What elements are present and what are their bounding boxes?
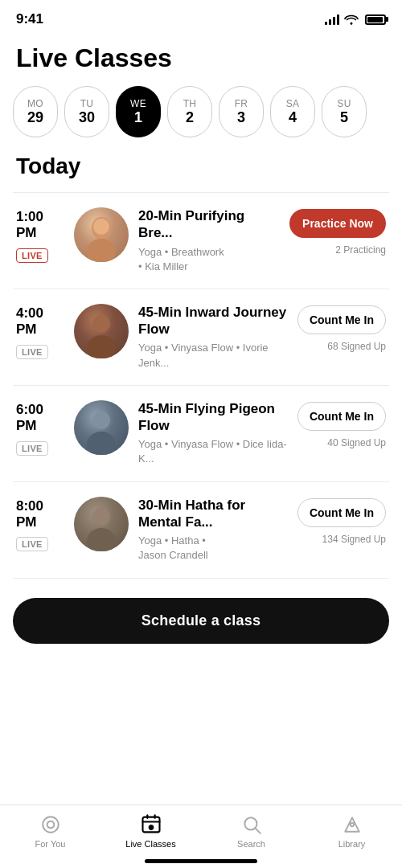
svg-point-8 <box>92 508 110 526</box>
wifi-icon <box>344 14 359 25</box>
class-action-col: Practice Now 2 Practicing <box>289 207 386 256</box>
day-selector: MO 29 TU 30 WE 1 TH 2 FR 3 SA 4 SU 5 <box>0 86 402 154</box>
day-su[interactable]: SU 5 <box>322 86 367 137</box>
svg-point-5 <box>87 432 116 455</box>
count-me-in-button-3[interactable]: Count Me In <box>297 402 386 431</box>
avatar <box>74 304 129 358</box>
class-name: 20-Min Purifying Bre... <box>138 207 280 242</box>
class-name: 45-Min Inward Journey Flow <box>138 304 288 338</box>
live-badge-3: LIVE <box>16 441 48 456</box>
avatar <box>74 497 129 551</box>
for-you-icon <box>39 813 62 836</box>
day-fr[interactable]: FR 3 <box>219 86 264 137</box>
class-time-col: 8:00PM LIVE <box>16 497 64 552</box>
home-indicator <box>145 859 257 863</box>
day-tu[interactable]: TU 30 <box>64 86 109 137</box>
svg-point-7 <box>87 528 116 551</box>
schedule-btn-wrapper: Schedule a class <box>0 579 402 657</box>
table-row: 4:00PM LIVE 45-Min Inward Journey Flow Y… <box>13 289 389 385</box>
class-meta: Yoga • Vinyasa Flow • Ivorie Jenk... <box>138 341 288 370</box>
class-time: 1:00PM <box>16 209 43 242</box>
svg-point-15 <box>149 825 153 829</box>
svg-point-19 <box>350 823 353 826</box>
day-we[interactable]: WE 1 <box>116 86 161 137</box>
signed-up-count-4: 134 Signed Up <box>322 534 386 545</box>
practicing-count: 2 Practicing <box>335 244 386 256</box>
class-info: 30-Min Hatha for Mental Fa... Yoga • Hat… <box>138 497 288 563</box>
status-time: 9:41 <box>16 11 43 27</box>
sidebar-item-library[interactable]: Library <box>302 813 402 849</box>
class-time-col: 4:00PM LIVE <box>16 304 64 359</box>
class-time: 6:00PM <box>16 402 43 435</box>
status-icons <box>325 14 386 25</box>
section-heading: Today <box>0 154 402 192</box>
class-info: 45-Min Inward Journey Flow Yoga • Vinyas… <box>138 304 288 371</box>
signal-icon <box>325 14 339 25</box>
class-name: 30-Min Hatha for Mental Fa... <box>138 497 288 531</box>
avatar <box>74 207 129 262</box>
sidebar-item-for-you[interactable]: For You <box>0 813 100 849</box>
table-row: 8:00PM LIVE 30-Min Hatha for Mental Fa..… <box>13 481 389 579</box>
svg-marker-18 <box>345 817 359 831</box>
nav-label-for-you: For You <box>35 839 66 849</box>
class-time-col: 6:00PM LIVE <box>16 400 64 456</box>
class-action-col: Count Me In 40 Signed Up <box>297 400 386 448</box>
search-icon <box>240 813 263 836</box>
count-me-in-button-4[interactable]: Count Me In <box>297 498 386 527</box>
count-me-in-button-2[interactable]: Count Me In <box>297 305 386 334</box>
class-meta: Yoga • Hatha •Jason Crandell <box>138 534 288 563</box>
class-time: 4:00PM <box>16 305 43 338</box>
signed-up-count-2: 68 Signed Up <box>327 341 386 352</box>
table-row: 6:00PM LIVE 45-Min Flying Pigeon Flow Yo… <box>13 385 389 481</box>
class-meta: Yoga • Breathwork• Kia Miller <box>138 245 280 274</box>
sidebar-item-live-classes[interactable]: Live Classes <box>100 813 201 849</box>
live-badge-1: LIVE <box>16 248 48 263</box>
svg-point-3 <box>87 335 116 358</box>
day-sa[interactable]: SA 4 <box>270 86 315 137</box>
svg-point-9 <box>43 817 59 833</box>
status-bar: 9:41 <box>0 0 402 35</box>
class-time-col: 1:00PM LIVE <box>16 207 64 263</box>
svg-point-2 <box>93 219 109 235</box>
page-header: Live Classes <box>0 35 402 86</box>
library-icon <box>341 813 363 836</box>
table-row: 1:00PM LIVE 20-Min Purifying Bre... Yoga… <box>13 192 389 289</box>
class-action-col: Count Me In 68 Signed Up <box>297 304 386 352</box>
class-action-col: Count Me In 134 Signed Up <box>297 497 386 545</box>
class-meta: Yoga • Vinyasa Flow • Dice Iida-K... <box>138 437 288 466</box>
class-info: 45-Min Flying Pigeon Flow Yoga • Vinyasa… <box>138 400 288 467</box>
svg-point-6 <box>92 411 110 429</box>
svg-point-4 <box>92 315 110 333</box>
svg-point-10 <box>47 821 54 829</box>
class-name: 45-Min Flying Pigeon Flow <box>138 400 288 435</box>
class-list: 1:00PM LIVE 20-Min Purifying Bre... Yoga… <box>0 192 402 579</box>
live-badge-4: LIVE <box>16 537 48 551</box>
svg-point-1 <box>87 239 116 262</box>
class-time: 8:00PM <box>16 498 43 531</box>
page-title: Live Classes <box>16 43 386 73</box>
nav-label-search: Search <box>237 839 265 849</box>
schedule-button[interactable]: Schedule a class <box>13 598 389 644</box>
nav-label-library: Library <box>338 839 366 849</box>
svg-line-17 <box>255 829 260 833</box>
signed-up-count-3: 40 Signed Up <box>327 437 386 448</box>
live-classes-icon <box>140 813 162 836</box>
sidebar-item-search[interactable]: Search <box>201 813 302 849</box>
day-mo[interactable]: MO 29 <box>13 86 58 137</box>
class-info: 20-Min Purifying Bre... Yoga • Breathwor… <box>138 207 280 274</box>
nav-label-live-classes: Live Classes <box>125 839 175 849</box>
avatar <box>74 400 129 455</box>
practice-now-button[interactable]: Practice Now <box>289 209 386 238</box>
live-badge-2: LIVE <box>16 345 48 359</box>
day-th[interactable]: TH 2 <box>167 86 212 137</box>
battery-icon <box>365 14 386 25</box>
